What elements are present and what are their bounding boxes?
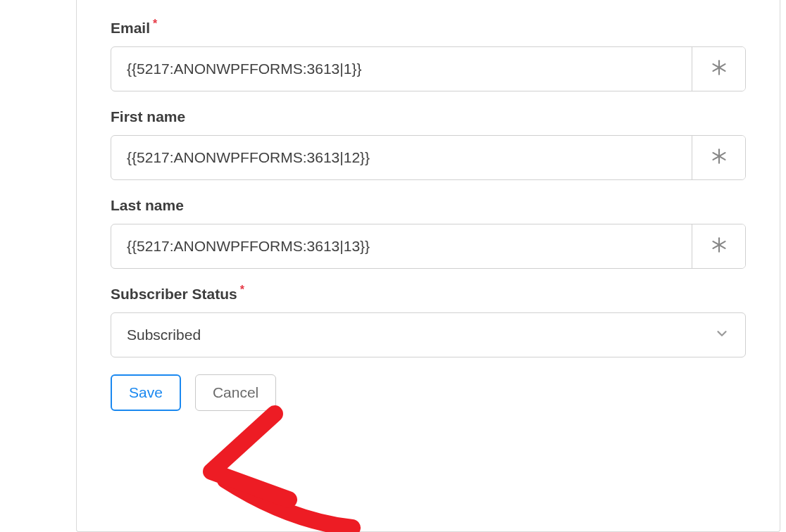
email-input-row: [111, 46, 746, 91]
lastname-label: Last name: [111, 197, 746, 214]
status-group: Subscriber Status * Subscribed: [111, 286, 746, 357]
email-input[interactable]: [111, 47, 692, 91]
email-group: Email *: [111, 20, 746, 91]
status-label-text: Subscriber Status: [111, 286, 237, 303]
lastname-input[interactable]: [111, 224, 692, 268]
email-label-text: Email: [111, 20, 150, 37]
status-select[interactable]: Subscribed: [111, 312, 746, 357]
chevron-down-icon: [714, 326, 730, 345]
status-selected-value: Subscribed: [127, 327, 201, 343]
status-label: Subscriber Status *: [111, 286, 746, 303]
required-indicator: *: [153, 18, 157, 30]
email-tag-picker[interactable]: [692, 47, 745, 91]
email-label: Email *: [111, 20, 746, 37]
required-indicator: *: [240, 284, 244, 296]
firstname-group: First name: [111, 108, 746, 180]
firstname-input[interactable]: [111, 136, 692, 179]
lastname-tag-picker[interactable]: [692, 224, 745, 268]
firstname-tag-picker[interactable]: [692, 136, 745, 179]
asterisk-icon: [710, 236, 728, 257]
lastname-group: Last name: [111, 197, 746, 269]
save-button[interactable]: Save: [111, 374, 181, 411]
asterisk-icon: [710, 147, 728, 168]
lastname-label-text: Last name: [111, 197, 184, 214]
firstname-label-text: First name: [111, 108, 185, 125]
action-row: Save Cancel: [111, 374, 746, 411]
firstname-input-row: [111, 135, 746, 180]
asterisk-icon: [710, 58, 728, 80]
lastname-input-row: [111, 224, 746, 269]
cancel-button[interactable]: Cancel: [195, 374, 276, 411]
form-panel: Email * First name: [76, 0, 780, 532]
firstname-label: First name: [111, 108, 746, 125]
